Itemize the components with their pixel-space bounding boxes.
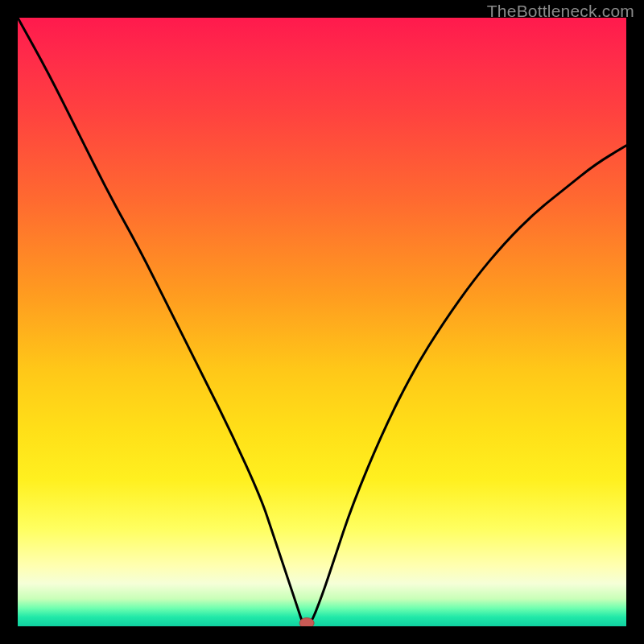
bottleneck-curve <box>18 18 626 626</box>
plot-area <box>18 18 626 626</box>
bottleneck-curve-svg <box>18 18 626 626</box>
chart-frame: TheBottleneck.com <box>0 0 644 644</box>
minimum-marker <box>299 618 314 627</box>
